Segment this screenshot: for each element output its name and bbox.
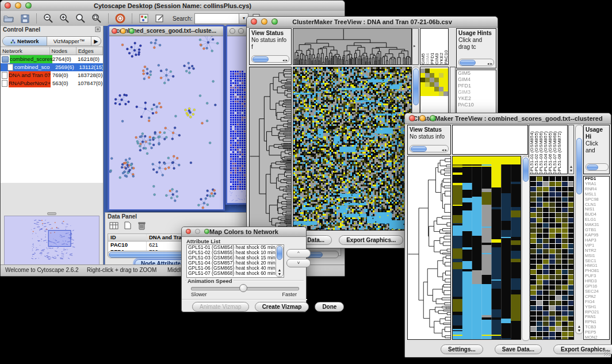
float-panel-icon[interactable] bbox=[95, 26, 101, 33]
tv2-status-hscrollbar[interactable]: ◂ ▸ bbox=[410, 145, 449, 152]
tv2-usage-hscrollbar[interactable] bbox=[586, 163, 609, 171]
tv2-heatmap-panel[interactable] bbox=[452, 156, 521, 340]
attr-col-id[interactable]: ID bbox=[108, 234, 147, 241]
attribute-scroll-thumb[interactable] bbox=[277, 246, 282, 260]
scroll-arrows[interactable]: ▲▼ bbox=[576, 324, 583, 332]
main-title-bar[interactable]: Cytoscape Desktop (Session Name: collins… bbox=[1, 1, 345, 12]
tv1-row-dendrogram-panel[interactable] bbox=[249, 67, 292, 231]
select-attributes-icon[interactable] bbox=[109, 221, 119, 230]
attribute-listbox[interactable]: GPL51-01 (GSM854) heat shock 05 minGPL51… bbox=[186, 244, 284, 278]
delete-attribute-icon[interactable] bbox=[136, 221, 147, 230]
tv2-heatmap-scroll-thumb[interactable] bbox=[523, 158, 529, 182]
column-label[interactable]: GPL51-08 (GSM872) bbox=[557, 127, 562, 174]
network-row[interactable]: combined_sco2569(6)13112(15) bbox=[1, 63, 103, 71]
tv2-label-scroll-strip[interactable]: ▲▼ bbox=[568, 125, 574, 174]
minimize-button[interactable] bbox=[261, 18, 267, 25]
treeview-button[interactable]: Settings... bbox=[441, 344, 483, 354]
tv2-subheatmap-canvas[interactable] bbox=[530, 177, 573, 339]
gene-list-item[interactable]: PAC10 bbox=[457, 102, 496, 108]
network-overview-panel[interactable] bbox=[4, 216, 100, 265]
tv2-heatmap-canvas[interactable] bbox=[453, 156, 521, 339]
tv1-usage-scroll-thumb[interactable] bbox=[460, 60, 476, 66]
tv2-column-tree-panel[interactable] bbox=[452, 125, 528, 155]
dialog-button[interactable]: Animate Vizmap bbox=[192, 302, 249, 312]
tv2-subheatmap-panel[interactable] bbox=[530, 176, 574, 340]
column-label[interactable]: PAC10 bbox=[444, 29, 449, 64]
treeview1-title-bar[interactable]: ClusterMaker TreeView : DNA and Tran 07-… bbox=[247, 17, 498, 28]
move-down-button[interactable]: v bbox=[286, 259, 311, 267]
gene-list-item[interactable]: YKE2 bbox=[457, 95, 496, 102]
tab-vizmapper[interactable]: VizMapper™ bbox=[47, 37, 91, 45]
new-attribute-icon[interactable] bbox=[123, 221, 133, 230]
tv1-column-dendrogram-canvas[interactable] bbox=[293, 29, 411, 64]
treeview-button[interactable]: Export Graphics... bbox=[339, 235, 403, 245]
zoom-fit-icon[interactable] bbox=[90, 13, 103, 24]
close-button[interactable] bbox=[409, 115, 415, 121]
gene-list-item[interactable]: PFD1 bbox=[457, 83, 496, 89]
zoom-button[interactable] bbox=[204, 229, 209, 234]
frame2-close-button[interactable] bbox=[230, 28, 235, 34]
scroll-arrows[interactable]: ◂ ▸ bbox=[487, 60, 492, 66]
tv1-heatmap-canvas[interactable] bbox=[293, 67, 411, 230]
splitter-handle[interactable] bbox=[47, 212, 56, 215]
col-header-edges[interactable]: Edges bbox=[76, 47, 103, 55]
save-session-icon[interactable] bbox=[18, 13, 31, 24]
tv1-column-dendrogram-panel[interactable] bbox=[293, 28, 412, 65]
dialog-title-bar[interactable]: Map Colors to Network bbox=[182, 227, 306, 237]
zoom-in-icon[interactable] bbox=[58, 13, 71, 24]
col-header-network[interactable]: Network bbox=[1, 47, 50, 55]
tv1-row-dendrogram-canvas[interactable] bbox=[250, 67, 291, 230]
close-button[interactable] bbox=[251, 18, 257, 25]
arrow-right-icon[interactable]: ▸ bbox=[414, 44, 416, 48]
network-frame-title-bar[interactable]: combined_scores_good.txt--cluste... bbox=[109, 26, 223, 36]
close-button[interactable] bbox=[186, 229, 191, 234]
frame2-minimize-button[interactable] bbox=[238, 28, 244, 34]
zoom-button[interactable] bbox=[271, 18, 278, 25]
gene-list-item[interactable]: GIM4 bbox=[457, 76, 496, 83]
tv2-main-scroll-thumb[interactable] bbox=[576, 138, 582, 194]
tv2-row-dendrogram-panel[interactable] bbox=[407, 156, 451, 340]
minimize-button[interactable] bbox=[15, 2, 21, 9]
move-up-button[interactable]: ^ bbox=[286, 249, 311, 258]
annotation-icon[interactable] bbox=[154, 13, 166, 24]
tv2-main-vscrollbar[interactable]: ▲▼ bbox=[575, 125, 583, 334]
close-button[interactable] bbox=[5, 2, 11, 9]
attribute-item[interactable]: GPL51-07 (GSM868) heat shock 60 min bbox=[187, 271, 284, 276]
zoom-button[interactable] bbox=[430, 115, 436, 121]
tv2-status-scroll-thumb[interactable] bbox=[411, 146, 427, 152]
zoom-out-icon[interactable] bbox=[42, 13, 55, 24]
open-file-icon[interactable] bbox=[2, 13, 15, 24]
frame-close-button[interactable] bbox=[112, 28, 117, 34]
dialog-button[interactable]: Done bbox=[315, 302, 344, 312]
scroll-arrows[interactable]: ◂ ▸ bbox=[442, 147, 447, 152]
tab-overflow-arrow[interactable]: ▶ bbox=[91, 37, 101, 45]
gene-list-item[interactable]: GIM3 bbox=[457, 89, 496, 95]
tv2-usage-scroll-thumb[interactable] bbox=[587, 164, 598, 170]
resize-grip[interactable] bbox=[603, 350, 610, 356]
tv2-row-dendrogram-canvas[interactable] bbox=[408, 156, 450, 339]
tv1-heatmap-scroll-thumb[interactable] bbox=[413, 68, 419, 105]
zoom-selected-icon[interactable] bbox=[74, 13, 87, 24]
treeview-button[interactable]: Save Data... bbox=[495, 344, 542, 354]
frame-zoom-button[interactable] bbox=[129, 28, 135, 34]
network-row[interactable]: RNAPuberNov2+563(0)107847(0) bbox=[1, 79, 103, 87]
scroll-arrows[interactable]: ◂ ▸ bbox=[282, 57, 288, 63]
gene-list-item[interactable]: MON2 bbox=[584, 335, 609, 340]
scroll-arrows[interactable]: ▲▼ bbox=[276, 268, 283, 276]
col-header-nodes[interactable]: Nodes bbox=[50, 47, 76, 55]
tv1-usage-hscrollbar[interactable]: ◂ ▸ bbox=[458, 59, 494, 66]
tv1-status-scroll-thumb[interactable] bbox=[253, 56, 269, 62]
tv1-mini-scroll-strip[interactable]: ▸ bbox=[412, 28, 419, 65]
network-row[interactable]: DNA and Tran 07769(0)183728(0) bbox=[1, 71, 103, 79]
network-row[interactable]: combined_scores_2764(0)16218(0) bbox=[1, 55, 103, 63]
tv2-heatmap-vscrollbar[interactable] bbox=[522, 156, 530, 341]
gene-list-item[interactable]: GIM5 bbox=[457, 70, 496, 76]
network-overview-canvas[interactable] bbox=[5, 216, 98, 263]
network-view-canvas[interactable] bbox=[109, 36, 223, 209]
treeview2-title-bar[interactable]: ClusterMaker TreeView : combined_scores_… bbox=[405, 113, 611, 124]
vizmap-icon[interactable] bbox=[137, 13, 150, 24]
minimize-button[interactable] bbox=[419, 115, 426, 121]
slider-thumb[interactable] bbox=[239, 284, 247, 292]
tab-network[interactable]: Network bbox=[3, 37, 47, 45]
minimize-button[interactable] bbox=[195, 229, 200, 234]
